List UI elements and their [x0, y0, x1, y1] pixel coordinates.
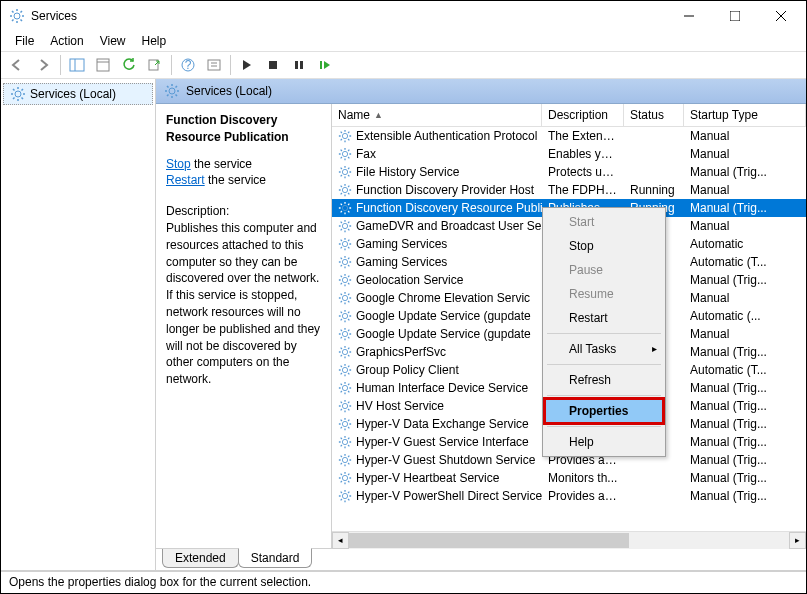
menu-file[interactable]: File	[7, 32, 42, 50]
gear-icon	[338, 147, 352, 161]
ctx-restart[interactable]: Restart	[545, 306, 663, 330]
start-service-button[interactable]	[235, 53, 259, 77]
gear-icon	[338, 165, 352, 179]
forward-button[interactable]	[32, 53, 56, 77]
menu-view[interactable]: View	[92, 32, 134, 50]
ctx-properties[interactable]: Properties	[545, 399, 663, 423]
help-button[interactable]: ?	[176, 53, 200, 77]
export-button[interactable]	[143, 53, 167, 77]
service-startup-cell: Automatic (T...	[684, 362, 806, 378]
scroll-left-button[interactable]: ◂	[332, 532, 349, 549]
tree-item-label: Services (Local)	[30, 87, 116, 101]
description-text: Publishes this computer and resources at…	[166, 220, 321, 388]
service-desc-cell: Enables you...	[542, 146, 624, 162]
gear-icon	[338, 273, 352, 287]
service-startup-cell: Manual (Trig...	[684, 380, 806, 396]
status-bar: Opens the properties dialog box for the …	[1, 571, 806, 593]
menu-help[interactable]: Help	[134, 32, 175, 50]
toolbar: ?	[1, 51, 806, 79]
gear-icon	[164, 83, 180, 99]
col-description[interactable]: Description	[542, 104, 624, 126]
service-startup-cell: Manual (Trig...	[684, 488, 806, 504]
ctx-all-tasks[interactable]: All Tasks▸	[545, 337, 663, 361]
refresh-button[interactable]	[117, 53, 141, 77]
gear-icon	[338, 183, 352, 197]
col-name[interactable]: Name▲	[332, 104, 542, 126]
gear-icon	[338, 363, 352, 377]
gear-icon	[338, 399, 352, 413]
service-name-cell: Extensible Authentication Protocol	[332, 128, 542, 144]
close-button[interactable]	[758, 1, 804, 31]
menu-action[interactable]: Action	[42, 32, 91, 50]
svg-point-36	[342, 403, 347, 408]
gear-icon	[338, 453, 352, 467]
tree-services-local[interactable]: Services (Local)	[3, 83, 153, 105]
scroll-right-button[interactable]: ▸	[789, 532, 806, 549]
col-startup[interactable]: Startup Type	[684, 104, 806, 126]
ctx-refresh[interactable]: Refresh	[545, 368, 663, 392]
service-startup-cell: Manual (Trig...	[684, 344, 806, 360]
restart-service-button[interactable]	[313, 53, 337, 77]
service-name-cell: Gaming Services	[332, 254, 542, 270]
ctx-pause[interactable]: Pause	[545, 258, 663, 282]
svg-point-27	[342, 241, 347, 246]
service-desc-cell: Provides a ...	[542, 488, 624, 504]
svg-rect-2	[730, 11, 740, 21]
minimize-button[interactable]	[666, 1, 712, 31]
title-bar: Services	[1, 1, 806, 31]
ctx-stop[interactable]: Stop	[545, 234, 663, 258]
service-row[interactable]: FaxEnables you...Manual	[332, 145, 806, 163]
details-pane: Function Discovery Resource Publication …	[156, 104, 331, 548]
scroll-thumb[interactable]	[349, 533, 629, 548]
gear-icon	[338, 417, 352, 431]
service-startup-cell: Manual (Trig...	[684, 416, 806, 432]
service-startup-cell: Manual (Trig...	[684, 470, 806, 486]
ctx-help[interactable]: Help	[545, 430, 663, 454]
col-status[interactable]: Status	[624, 104, 684, 126]
restart-link[interactable]: Restart	[166, 173, 205, 187]
svg-point-34	[342, 367, 347, 372]
action-button[interactable]	[202, 53, 226, 77]
gear-icon	[338, 201, 352, 215]
horizontal-scrollbar[interactable]: ◂ ▸	[332, 531, 806, 548]
ctx-start[interactable]: Start	[545, 210, 663, 234]
service-startup-cell: Manual (Trig...	[684, 434, 806, 450]
ctx-resume[interactable]: Resume	[545, 282, 663, 306]
service-row[interactable]: Extensible Authentication ProtocolThe Ex…	[332, 127, 806, 145]
services-list: Name▲ Description Status Startup Type Ex…	[331, 104, 806, 548]
service-startup-cell: Manual (Trig...	[684, 398, 806, 414]
service-row[interactable]: File History ServiceProtects use...Manua…	[332, 163, 806, 181]
svg-point-41	[342, 493, 347, 498]
gear-icon	[338, 327, 352, 341]
svg-point-20	[169, 88, 175, 94]
pause-service-button[interactable]	[287, 53, 311, 77]
service-name-cell: Hyper-V PowerShell Direct Service	[332, 488, 542, 504]
service-startup-cell: Manual	[684, 218, 806, 234]
service-name-cell: Hyper-V Guest Shutdown Service	[332, 452, 542, 468]
stop-service-button[interactable]	[261, 53, 285, 77]
tab-standard[interactable]: Standard	[238, 548, 313, 568]
service-row[interactable]: Function Discovery Provider HostThe FDPH…	[332, 181, 806, 199]
service-name-cell: Human Interface Device Service	[332, 380, 542, 396]
service-startup-cell: Manual	[684, 326, 806, 342]
back-button[interactable]	[6, 53, 30, 77]
service-status-cell	[624, 153, 684, 155]
gear-icon	[338, 219, 352, 233]
gear-icon	[338, 237, 352, 251]
tab-extended[interactable]: Extended	[162, 549, 239, 568]
maximize-button[interactable]	[712, 1, 758, 31]
show-hide-tree-button[interactable]	[65, 53, 89, 77]
svg-point-37	[342, 421, 347, 426]
properties-button[interactable]	[91, 53, 115, 77]
service-name-cell: Google Chrome Elevation Servic	[332, 290, 542, 306]
ctx-separator	[547, 395, 661, 396]
service-desc-cell: Monitors th...	[542, 470, 624, 486]
service-row[interactable]: Hyper-V Heartbeat ServiceMonitors th...M…	[332, 469, 806, 487]
service-desc-cell: The Extensi...	[542, 128, 624, 144]
stop-link[interactable]: Stop	[166, 157, 191, 171]
service-row[interactable]: Hyper-V PowerShell Direct ServiceProvide…	[332, 487, 806, 505]
service-name-cell: Group Policy Client	[332, 362, 542, 378]
gear-icon	[338, 471, 352, 485]
service-status-cell	[624, 171, 684, 173]
service-startup-cell: Manual (Trig...	[684, 272, 806, 288]
